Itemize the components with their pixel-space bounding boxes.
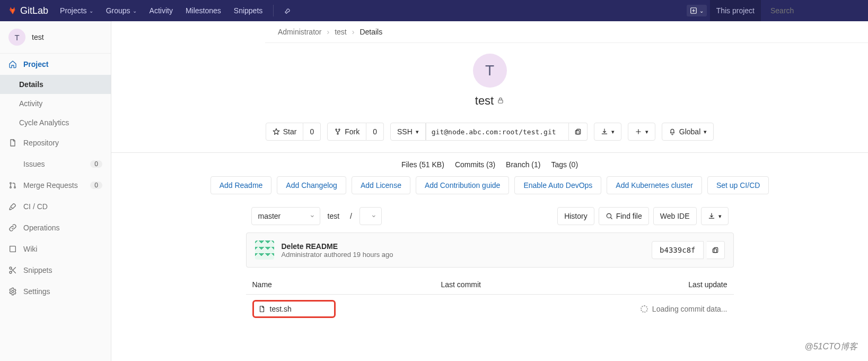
file-tree-table: Name Last commit Last update test.sh <box>246 275 734 323</box>
context-name: test <box>32 33 44 41</box>
nav-left: GitLab Projects⌄ Groups⌄ Activity Milest… <box>8 0 297 21</box>
nav-milestones[interactable]: Milestones <box>180 0 226 21</box>
annotation-highlight: test.sh <box>252 300 336 318</box>
sidebar-settings[interactable]: Settings <box>0 281 111 302</box>
download-source-dropdown[interactable]: ▾ <box>701 207 729 225</box>
col-name: Name <box>246 275 435 295</box>
commit-message[interactable]: Delete README <box>282 242 393 251</box>
plus-square-icon <box>690 7 697 14</box>
nav-activity[interactable]: Activity <box>144 0 178 21</box>
add-license-button[interactable]: Add License <box>352 176 410 194</box>
file-link-test-sh[interactable]: test.sh <box>258 305 292 313</box>
copy-sha-button[interactable] <box>707 241 725 259</box>
sidebar-cicd[interactable]: CI / CD <box>0 196 111 217</box>
notification-dropdown[interactable]: Global ▾ <box>662 123 714 141</box>
star-count[interactable]: 0 <box>303 123 321 141</box>
project-sidebar: T test Project Details Activity Cycle An… <box>0 21 111 361</box>
scissors-icon <box>8 266 17 274</box>
nav-right: ⌄ This project <box>687 0 860 21</box>
fork-button[interactable]: Fork <box>327 123 366 141</box>
svg-rect-12 <box>575 131 579 134</box>
search-input[interactable] <box>764 0 860 21</box>
rocket-icon <box>8 202 17 211</box>
nav-projects[interactable]: Projects⌄ <box>55 0 99 21</box>
doc-icon <box>8 139 17 147</box>
sidebar-item-cycle-analytics[interactable]: Cycle Analytics <box>0 113 111 132</box>
setup-cicd-button[interactable]: Set up CI/CD <box>707 176 769 194</box>
star-icon <box>273 128 280 135</box>
download-dropdown[interactable]: ▾ <box>594 123 621 141</box>
context-header[interactable]: T test <box>0 21 111 54</box>
stat-commits[interactable]: Commits (3) <box>455 160 495 169</box>
nav-groups[interactable]: Groups⌄ <box>101 0 142 21</box>
add-contribution-button[interactable]: Add Contribution guide <box>416 176 509 194</box>
add-changelog-button[interactable]: Add Changelog <box>277 176 346 194</box>
path-dropdown[interactable] <box>360 207 382 225</box>
search-field[interactable] <box>770 6 853 15</box>
sidebar-wiki[interactable]: Wiki <box>0 238 111 260</box>
chevron-down-icon: ▾ <box>718 213 722 220</box>
star-group: Star 0 <box>266 123 321 141</box>
brand-text: GitLab <box>20 5 48 16</box>
path-root[interactable]: test <box>325 212 343 220</box>
lock-icon <box>497 97 504 106</box>
crumb-project[interactable]: test <box>335 28 347 36</box>
enable-autodevops-button[interactable]: Enable Auto DevOps <box>514 176 601 194</box>
sidebar-snippets-label: Snippets <box>23 266 52 274</box>
project-avatar-large: T <box>473 54 507 88</box>
fork-count[interactable]: 0 <box>366 123 384 141</box>
nav-admin-wrench[interactable] <box>279 0 297 21</box>
add-readme-button[interactable]: Add Readme <box>211 176 272 194</box>
sidebar-project-label: Project <box>23 60 48 68</box>
chevron-down-icon: ▾ <box>645 128 648 135</box>
watermark: @51CTO博客 <box>804 341 857 353</box>
find-file-button[interactable]: Find file <box>599 207 649 225</box>
col-last-update: Last update <box>538 275 734 295</box>
web-ide-button[interactable]: Web IDE <box>653 207 697 225</box>
divider <box>273 5 274 16</box>
sidebar-settings-label: Settings <box>23 287 50 296</box>
gitlab-logo[interactable]: GitLab <box>8 5 48 16</box>
sidebar-repository-label: Repository <box>23 139 59 147</box>
svg-point-10 <box>337 133 338 134</box>
fork-group: Fork 0 <box>327 123 384 141</box>
nav-new-menu[interactable]: ⌄ <box>687 5 707 16</box>
star-button[interactable]: Star <box>266 123 304 141</box>
sidebar-snippets[interactable]: Snippets <box>0 260 111 281</box>
clone-url-input[interactable] <box>426 123 569 141</box>
chevron-down-icon: ▾ <box>611 128 615 135</box>
main-content: Administrator › test › Details T test St… <box>111 21 868 361</box>
add-kubernetes-button[interactable]: Add Kubernetes cluster <box>607 176 702 194</box>
crumb-owner[interactable]: Administrator <box>278 28 321 36</box>
file-icon <box>258 305 266 313</box>
history-button[interactable]: History <box>557 207 594 225</box>
tree-controls: master test / History Find file Web IDE … <box>230 207 750 233</box>
project-avatar-small: T <box>8 29 25 46</box>
search-scope[interactable]: This project <box>710 0 761 21</box>
branch-select[interactable]: master <box>251 207 320 225</box>
merge-icon <box>8 181 17 190</box>
protocol-dropdown[interactable]: SSH▾ <box>390 123 426 141</box>
stat-tags[interactable]: Tags (0) <box>551 160 578 169</box>
top-navbar: GitLab Projects⌄ Groups⌄ Activity Milest… <box>0 0 868 21</box>
sidebar-issues-label: Issues <box>23 160 45 168</box>
clipboard-icon <box>712 246 719 254</box>
stat-branch[interactable]: Branch (1) <box>506 160 540 169</box>
svg-point-6 <box>12 290 14 293</box>
stat-files[interactable]: Files (51 KB) <box>401 160 444 169</box>
sidebar-item-details[interactable]: Details <box>0 75 111 94</box>
copy-url-button[interactable] <box>569 123 588 141</box>
nav-snippets[interactable]: Snippets <box>229 0 268 21</box>
sidebar-project[interactable]: Project <box>0 54 111 75</box>
sidebar-operations[interactable]: Operations <box>0 217 111 238</box>
sidebar-item-activity[interactable]: Activity <box>0 94 111 113</box>
sidebar-issues[interactable]: Issues 0 <box>0 153 111 175</box>
crumb-current: Details <box>360 28 382 36</box>
commit-sha[interactable]: b4339c8f <box>652 241 703 259</box>
download-icon <box>601 128 608 135</box>
plus-dropdown[interactable]: ▾ <box>628 123 655 141</box>
sidebar-repository[interactable]: Repository <box>0 132 111 153</box>
suggestion-row: Add Readme Add Changelog Add License Add… <box>111 176 868 207</box>
sidebar-merge-requests[interactable]: Merge Requests 0 <box>0 175 111 196</box>
svg-rect-11 <box>576 129 580 134</box>
